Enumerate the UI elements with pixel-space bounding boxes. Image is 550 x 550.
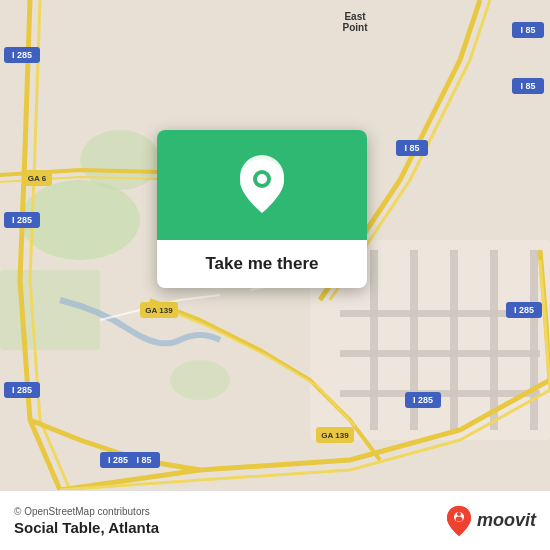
map-container: I 85 I 85 I 85 I 285 I 285 I 285 I 285 I… (0, 0, 550, 490)
svg-text:I 85: I 85 (520, 25, 535, 35)
svg-text:Point: Point (343, 22, 369, 33)
svg-point-4 (170, 360, 230, 400)
bottom-left: © OpenStreetMap contributors Social Tabl… (14, 506, 159, 536)
svg-text:GA 139: GA 139 (321, 431, 349, 440)
location-name: Social Table, Atlanta (14, 519, 159, 536)
svg-rect-8 (450, 250, 458, 430)
svg-rect-9 (490, 250, 498, 430)
svg-text:I 85: I 85 (520, 81, 535, 91)
bottom-bar: © OpenStreetMap contributors Social Tabl… (0, 490, 550, 550)
svg-point-44 (257, 174, 267, 184)
svg-text:I 285: I 285 (12, 385, 32, 395)
action-card: Take me there (157, 130, 367, 288)
svg-rect-10 (530, 250, 538, 430)
svg-point-46 (457, 512, 461, 516)
moovit-brand-text: moovit (477, 510, 536, 531)
svg-text:I 285: I 285 (108, 455, 128, 465)
svg-text:I 285: I 285 (12, 50, 32, 60)
moovit-pin-icon (445, 504, 473, 538)
svg-text:I 285: I 285 (514, 305, 534, 315)
location-pin-icon (236, 155, 288, 215)
svg-rect-12 (340, 350, 540, 357)
svg-text:GA 139: GA 139 (145, 306, 173, 315)
take-me-there-button[interactable]: Take me there (157, 240, 367, 288)
map-attribution: © OpenStreetMap contributors (14, 506, 159, 517)
svg-text:I 285: I 285 (12, 215, 32, 225)
svg-point-2 (80, 130, 160, 190)
moovit-logo: moovit (445, 504, 536, 538)
svg-text:I 285: I 285 (413, 395, 433, 405)
svg-rect-6 (370, 250, 378, 430)
svg-point-47 (455, 516, 462, 521)
svg-text:I 85: I 85 (136, 455, 151, 465)
card-icon-area (157, 130, 367, 240)
svg-text:GA 6: GA 6 (28, 174, 47, 183)
svg-text:East: East (344, 11, 366, 22)
svg-text:I 85: I 85 (404, 143, 419, 153)
